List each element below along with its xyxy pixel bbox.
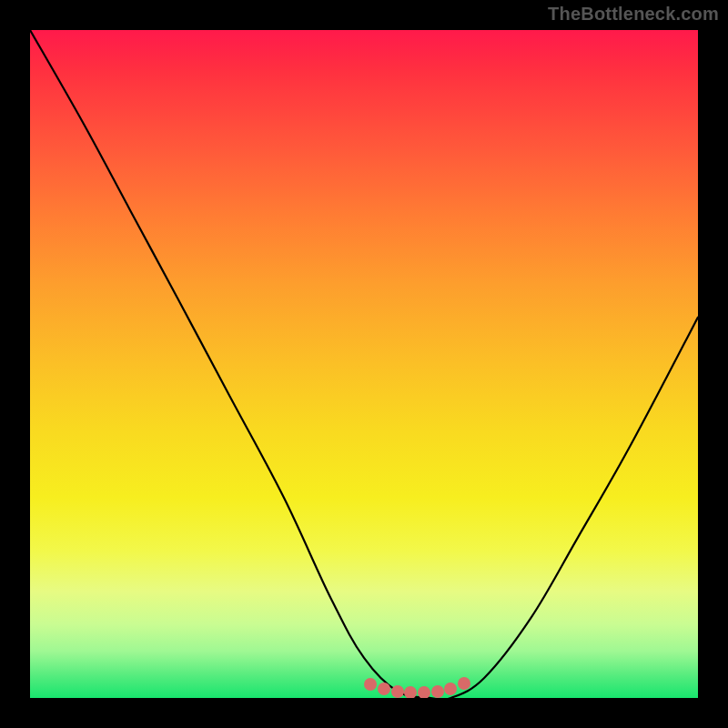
bottleneck-marker (391, 685, 404, 698)
bottleneck-marker (378, 682, 390, 695)
curve-path (30, 30, 698, 698)
bottleneck-marker (404, 686, 417, 698)
bottleneck-curve (30, 30, 698, 698)
watermark-text: TheBottleneck.com (548, 4, 719, 25)
bottleneck-marker (458, 677, 470, 690)
bottleneck-marker (418, 686, 430, 698)
chart-frame: TheBottleneck.com (0, 0, 728, 728)
bottleneck-marker (431, 685, 444, 698)
plot-area (30, 30, 698, 698)
